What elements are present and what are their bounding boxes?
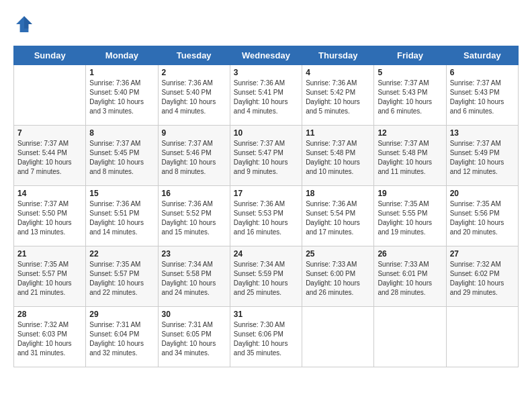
calendar-cell: 16Sunrise: 7:36 AM Sunset: 5:52 PM Dayli… <box>158 186 230 246</box>
calendar-cell <box>374 307 446 367</box>
day-info: Sunrise: 7:37 AM Sunset: 5:47 PM Dayligh… <box>234 139 298 177</box>
day-info: Sunrise: 7:37 AM Sunset: 5:48 PM Dayligh… <box>378 139 442 177</box>
calendar-cell: 22Sunrise: 7:35 AM Sunset: 5:57 PM Dayli… <box>86 246 158 307</box>
calendar-cell: 15Sunrise: 7:36 AM Sunset: 5:51 PM Dayli… <box>86 186 158 246</box>
day-number: 3 <box>234 68 298 77</box>
day-info: Sunrise: 7:32 AM Sunset: 6:03 PM Dayligh… <box>17 320 82 358</box>
calendar-cell: 20Sunrise: 7:35 AM Sunset: 5:56 PM Dayli… <box>446 186 518 246</box>
day-info: Sunrise: 7:36 AM Sunset: 5:41 PM Dayligh… <box>234 79 298 116</box>
day-number: 5 <box>378 68 442 77</box>
calendar-cell: 3Sunrise: 7:36 AM Sunset: 5:41 PM Daylig… <box>230 65 302 126</box>
page-header <box>13 13 519 35</box>
col-header-sunday: Sunday <box>14 46 86 65</box>
calendar-cell: 2Sunrise: 7:36 AM Sunset: 5:40 PM Daylig… <box>158 65 230 126</box>
day-info: Sunrise: 7:35 AM Sunset: 5:56 PM Dayligh… <box>450 199 515 237</box>
calendar-cell: 5Sunrise: 7:37 AM Sunset: 5:43 PM Daylig… <box>374 65 446 126</box>
calendar-table: SundayMondayTuesdayWednesdayThursdayFrid… <box>13 46 519 367</box>
svg-marker-1 <box>24 16 32 28</box>
calendar-cell: 6Sunrise: 7:37 AM Sunset: 5:43 PM Daylig… <box>446 65 518 126</box>
calendar-cell: 1Sunrise: 7:36 AM Sunset: 5:40 PM Daylig… <box>86 65 158 126</box>
day-number: 21 <box>17 249 82 259</box>
calendar-cell: 31Sunrise: 7:30 AM Sunset: 6:06 PM Dayli… <box>230 307 302 367</box>
day-number: 10 <box>234 128 298 138</box>
day-info: Sunrise: 7:35 AM Sunset: 5:57 PM Dayligh… <box>17 260 82 298</box>
day-info: Sunrise: 7:34 AM Sunset: 5:58 PM Dayligh… <box>162 260 226 298</box>
logo-icon <box>13 13 35 35</box>
day-info: Sunrise: 7:32 AM Sunset: 6:02 PM Dayligh… <box>450 260 515 298</box>
calendar-cell: 7Sunrise: 7:37 AM Sunset: 5:44 PM Daylig… <box>14 126 86 186</box>
day-number: 25 <box>306 249 370 259</box>
calendar-cell: 14Sunrise: 7:37 AM Sunset: 5:50 PM Dayli… <box>14 186 86 246</box>
day-info: Sunrise: 7:34 AM Sunset: 5:59 PM Dayligh… <box>234 260 298 298</box>
calendar-cell: 26Sunrise: 7:33 AM Sunset: 6:01 PM Dayli… <box>374 246 446 307</box>
calendar-cell: 8Sunrise: 7:37 AM Sunset: 5:45 PM Daylig… <box>86 126 158 186</box>
week-row-4: 21Sunrise: 7:35 AM Sunset: 5:57 PM Dayli… <box>14 246 519 307</box>
day-info: Sunrise: 7:37 AM Sunset: 5:45 PM Dayligh… <box>89 139 154 177</box>
day-number: 8 <box>89 128 154 138</box>
calendar-cell <box>446 307 518 367</box>
day-info: Sunrise: 7:37 AM Sunset: 5:48 PM Dayligh… <box>306 139 370 177</box>
day-number: 24 <box>234 249 298 259</box>
day-number: 14 <box>17 189 82 198</box>
day-info: Sunrise: 7:36 AM Sunset: 5:42 PM Dayligh… <box>306 79 370 116</box>
day-info: Sunrise: 7:36 AM Sunset: 5:52 PM Dayligh… <box>162 199 226 237</box>
calendar-cell: 27Sunrise: 7:32 AM Sunset: 6:02 PM Dayli… <box>446 246 518 307</box>
day-number: 28 <box>17 310 82 319</box>
calendar-cell: 13Sunrise: 7:37 AM Sunset: 5:49 PM Dayli… <box>446 126 518 186</box>
week-row-1: 1Sunrise: 7:36 AM Sunset: 5:40 PM Daylig… <box>14 65 519 126</box>
day-number: 9 <box>162 128 226 138</box>
col-header-wednesday: Wednesday <box>230 46 302 65</box>
day-number: 23 <box>162 249 226 259</box>
col-header-thursday: Thursday <box>302 46 374 65</box>
day-number: 2 <box>162 68 226 77</box>
day-info: Sunrise: 7:36 AM Sunset: 5:54 PM Dayligh… <box>306 199 370 237</box>
day-number: 7 <box>17 128 82 138</box>
calendar-cell: 29Sunrise: 7:31 AM Sunset: 6:04 PM Dayli… <box>86 307 158 367</box>
calendar-cell: 24Sunrise: 7:34 AM Sunset: 5:59 PM Dayli… <box>230 246 302 307</box>
day-info: Sunrise: 7:33 AM Sunset: 6:00 PM Dayligh… <box>306 260 370 298</box>
day-number: 29 <box>89 310 154 319</box>
day-info: Sunrise: 7:37 AM Sunset: 5:50 PM Dayligh… <box>17 199 82 237</box>
calendar-cell: 18Sunrise: 7:36 AM Sunset: 5:54 PM Dayli… <box>302 186 374 246</box>
week-row-3: 14Sunrise: 7:37 AM Sunset: 5:50 PM Dayli… <box>14 186 519 246</box>
calendar-cell: 30Sunrise: 7:31 AM Sunset: 6:05 PM Dayli… <box>158 307 230 367</box>
day-number: 4 <box>306 68 370 77</box>
calendar-cell: 17Sunrise: 7:36 AM Sunset: 5:53 PM Dayli… <box>230 186 302 246</box>
day-number: 27 <box>450 249 515 259</box>
day-number: 15 <box>89 189 154 198</box>
calendar-cell: 19Sunrise: 7:35 AM Sunset: 5:55 PM Dayli… <box>374 186 446 246</box>
day-number: 18 <box>306 189 370 198</box>
calendar-cell: 10Sunrise: 7:37 AM Sunset: 5:47 PM Dayli… <box>230 126 302 186</box>
week-row-5: 28Sunrise: 7:32 AM Sunset: 6:03 PM Dayli… <box>14 307 519 367</box>
day-number: 22 <box>89 249 154 259</box>
header-row: SundayMondayTuesdayWednesdayThursdayFrid… <box>14 46 519 65</box>
day-info: Sunrise: 7:37 AM Sunset: 5:46 PM Dayligh… <box>162 139 226 177</box>
day-info: Sunrise: 7:37 AM Sunset: 5:44 PM Dayligh… <box>17 139 82 177</box>
calendar-cell <box>14 65 86 126</box>
calendar-cell: 21Sunrise: 7:35 AM Sunset: 5:57 PM Dayli… <box>14 246 86 307</box>
col-header-friday: Friday <box>374 46 446 65</box>
day-number: 30 <box>162 310 226 319</box>
calendar-cell: 25Sunrise: 7:33 AM Sunset: 6:00 PM Dayli… <box>302 246 374 307</box>
calendar-cell: 28Sunrise: 7:32 AM Sunset: 6:03 PM Dayli… <box>14 307 86 367</box>
calendar-cell: 9Sunrise: 7:37 AM Sunset: 5:46 PM Daylig… <box>158 126 230 186</box>
day-info: Sunrise: 7:36 AM Sunset: 5:53 PM Dayligh… <box>234 199 298 237</box>
calendar-cell: 4Sunrise: 7:36 AM Sunset: 5:42 PM Daylig… <box>302 65 374 126</box>
day-info: Sunrise: 7:30 AM Sunset: 6:06 PM Dayligh… <box>234 320 298 358</box>
day-info: Sunrise: 7:31 AM Sunset: 6:05 PM Dayligh… <box>162 320 226 358</box>
logo <box>13 13 38 35</box>
day-number: 12 <box>378 128 442 138</box>
day-number: 26 <box>378 249 442 259</box>
calendar-cell: 23Sunrise: 7:34 AM Sunset: 5:58 PM Dayli… <box>158 246 230 307</box>
day-number: 13 <box>450 128 515 138</box>
day-number: 17 <box>234 189 298 198</box>
day-info: Sunrise: 7:36 AM Sunset: 5:40 PM Dayligh… <box>162 79 226 116</box>
day-info: Sunrise: 7:31 AM Sunset: 6:04 PM Dayligh… <box>89 320 154 358</box>
week-row-2: 7Sunrise: 7:37 AM Sunset: 5:44 PM Daylig… <box>14 126 519 186</box>
day-info: Sunrise: 7:37 AM Sunset: 5:43 PM Dayligh… <box>378 79 442 116</box>
calendar-cell: 12Sunrise: 7:37 AM Sunset: 5:48 PM Dayli… <box>374 126 446 186</box>
day-number: 19 <box>378 189 442 198</box>
day-number: 6 <box>450 68 515 77</box>
col-header-tuesday: Tuesday <box>158 46 230 65</box>
col-header-monday: Monday <box>86 46 158 65</box>
